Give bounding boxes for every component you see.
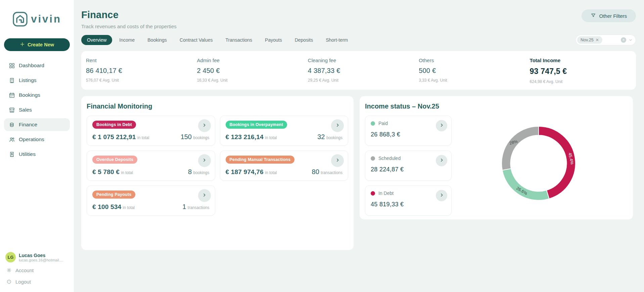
chevron-right-icon — [439, 158, 444, 164]
tab-transactions[interactable]: Transactions — [220, 35, 258, 45]
status-amount: 26 868,3 € — [371, 131, 446, 138]
stat-avg-unit: 576,07 € Avg. Unit — [86, 78, 192, 83]
period-filter-select[interactable]: Nov.25 ✕ ✕ — [576, 35, 636, 45]
sidebar-item-label: Finance — [19, 122, 37, 128]
utilities-icon — [9, 151, 15, 158]
monitor-card-overdue-deposits: Overdue Deposits€ 5 780 € in total8 book… — [87, 151, 215, 181]
status-label: Scheduled — [378, 156, 401, 161]
tab-income[interactable]: Income — [113, 35, 140, 45]
stat-admin-fee: Admin fee2 450 €16,33 € Avg. Unit — [192, 57, 303, 84]
funnel-icon — [591, 13, 596, 19]
income-status-card-in-debt: In Debt45 819,33 € — [365, 185, 452, 216]
tab-payouts[interactable]: Payouts — [259, 35, 288, 45]
sidebar-item-account[interactable]: Account — [4, 264, 70, 276]
stat-avg-unit: 624,98 € Avg. Unit — [530, 79, 636, 84]
card-chevron-button[interactable] — [436, 120, 447, 131]
financial-monitoring-title: Financial Monitoring — [87, 102, 348, 110]
monitor-card-pending-payouts: Pending Payouts€ 100 534 in total1 trans… — [87, 185, 215, 216]
sidebar-item-operations[interactable]: Operations — [4, 133, 70, 146]
card-chevron-button[interactable] — [436, 190, 447, 201]
logout-label: Logout — [15, 279, 31, 285]
card-chevron-button[interactable] — [331, 119, 344, 132]
chip-remove-icon[interactable]: ✕ — [596, 38, 599, 42]
card-chevron-button[interactable] — [198, 189, 211, 202]
stat-cleaning-fee: Cleaning fee4 387,33 €29,25 € Avg. Unit — [303, 57, 414, 84]
house-logo-icon — [12, 11, 28, 27]
in-total-label: in total — [265, 135, 277, 140]
stat-value: 86 410,17 € — [86, 67, 192, 75]
card-chevron-button[interactable] — [198, 119, 211, 132]
tab-short-term[interactable]: Short-term — [320, 35, 354, 45]
stat-value: 500 € — [419, 67, 525, 75]
stat-value: 4 387,33 € — [308, 67, 414, 75]
stat-avg-unit: 16,33 € Avg. Unit — [197, 78, 303, 83]
monitor-card-bookings-in-overpayment: Bookings in Overpayment€ 123 216,14 in t… — [220, 116, 349, 146]
card-chevron-button[interactable] — [436, 155, 447, 166]
sidebar-item-sales[interactable]: Sales — [4, 103, 70, 116]
create-new-button[interactable]: Create New — [4, 38, 70, 51]
status-dot — [371, 191, 375, 196]
card-count-unit: transactions — [188, 205, 210, 210]
chevron-right-icon — [335, 123, 340, 129]
sidebar-item-dashboard[interactable]: Dashboard — [4, 59, 70, 72]
finance-icon — [9, 122, 15, 128]
status-badge: Pending Manual Transactions — [226, 156, 295, 164]
tab-bookings[interactable]: Bookings — [142, 35, 173, 45]
sidebar-nav: DashboardListingsBookingsSalesFinanceOpe… — [4, 59, 70, 161]
sidebar-item-finance[interactable]: Finance — [4, 118, 70, 131]
status-badge: Bookings in Overpayment — [226, 121, 287, 129]
card-chevron-button[interactable] — [331, 154, 344, 167]
chevron-down-icon[interactable] — [629, 38, 633, 42]
plus-icon — [20, 42, 25, 48]
in-total-label: in total — [265, 170, 277, 175]
chevron-right-icon — [335, 158, 340, 164]
donut-segment-scheduled — [502, 126, 539, 170]
in-total-label: in total — [121, 170, 133, 175]
stat-value: 2 450 € — [197, 67, 303, 75]
card-chevron-button[interactable] — [198, 154, 211, 167]
filter-chip-label: Nov.25 — [581, 38, 594, 42]
dashboard-icon — [9, 62, 15, 69]
operations-icon — [9, 136, 15, 143]
income-status-panel: Income status – Nov.25 Paid26 868,3 €Sch… — [360, 96, 633, 219]
sales-icon — [9, 107, 15, 113]
stat-avg-unit: 29,25 € Avg. Unit — [308, 78, 414, 83]
stat-total-income: Total Income93 747,5 €624,98 € Avg. Unit — [525, 57, 636, 84]
monitor-card-bookings-in-debt: Bookings in Debt€ 1 075 212,91 in total1… — [87, 116, 215, 146]
card-count: 1 — [182, 203, 186, 210]
tab-bar: OverviewIncomeBookingsContract ValuesTra… — [81, 35, 354, 45]
income-status-card-scheduled: Scheduled28 224,87 € — [365, 151, 452, 181]
sidebar-item-label: Sales — [19, 107, 32, 113]
stat-others: Others500 €3,33 € Avg. Unit — [414, 57, 525, 84]
sidebar-item-logout[interactable]: Logout — [4, 276, 70, 287]
income-summary-panel: Rent86 410,17 €576,07 € Avg. UnitAdmin f… — [81, 51, 636, 90]
income-donut-chart: 45.4%26.6%28% — [498, 123, 579, 204]
sidebar-item-listings[interactable]: Listings — [4, 74, 70, 87]
status-dot — [371, 156, 375, 161]
brand-logo: vivin — [4, 11, 70, 27]
tab-contract-values[interactable]: Contract Values — [174, 35, 219, 45]
other-filters-button[interactable]: Other Filters — [582, 9, 636, 22]
page-title: Finance — [81, 9, 177, 20]
card-amount: € 123 216,14 — [226, 133, 264, 140]
card-count-unit: bookings — [193, 170, 209, 175]
stat-label: Admin fee — [197, 57, 303, 63]
sidebar-item-utilities[interactable]: Utilities — [4, 148, 70, 161]
tab-deposits[interactable]: Deposits — [289, 35, 319, 45]
bookings-icon — [9, 92, 15, 98]
create-new-label: Create New — [28, 42, 54, 47]
card-count: 150 — [181, 133, 192, 140]
tab-overview[interactable]: Overview — [81, 35, 112, 45]
income-status-card-paid: Paid26 868,3 € — [365, 116, 452, 146]
chevron-right-icon — [202, 158, 207, 164]
card-count-unit: bookings — [193, 135, 209, 140]
filter-chip: Nov.25 ✕ — [577, 36, 602, 44]
page-subtitle: Track revenues and costs of the properti… — [81, 24, 177, 29]
sidebar-item-bookings[interactable]: Bookings — [4, 89, 70, 101]
clear-filter-icon[interactable]: ✕ — [621, 37, 626, 43]
card-count: 32 — [317, 133, 325, 140]
sidebar: vivin Create New DashboardListingsBookin… — [0, 0, 74, 292]
user-block[interactable]: LG Lucas Goes lucas.goes.16@hotmail.... — [4, 252, 70, 264]
sidebar-item-label: Operations — [19, 136, 44, 142]
chevron-right-icon — [202, 193, 207, 199]
